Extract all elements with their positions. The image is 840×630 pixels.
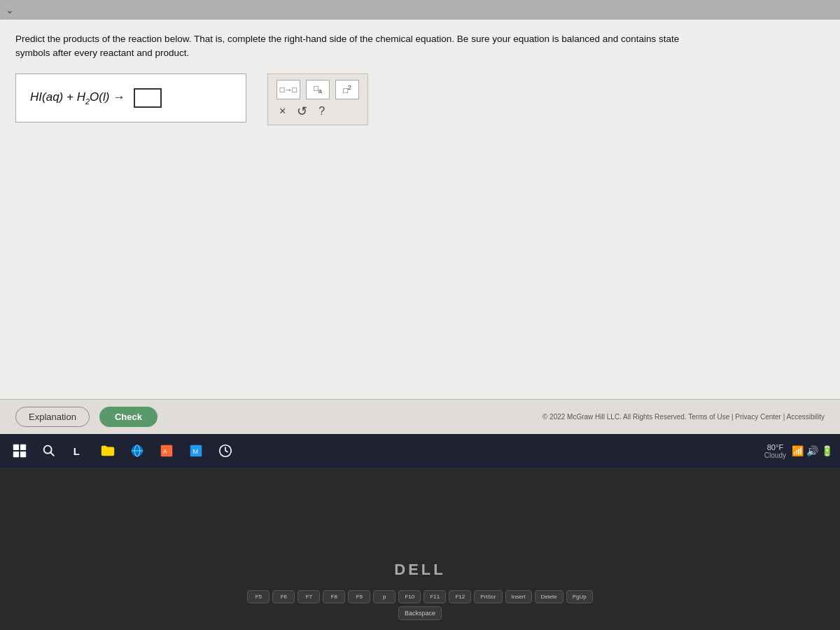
file-explorer-button[interactable] — [95, 438, 120, 463]
backspace-row: Backspace — [384, 606, 456, 620]
network-icon[interactable]: 📶 — [792, 445, 804, 456]
equation-section: HI(aq) + H2O(l) → □→□ □a □2 — [15, 74, 825, 125]
toolbar-row-2: × ↺ ? — [276, 104, 359, 119]
svg-line-16 — [225, 451, 228, 452]
key-f12[interactable]: F12 — [449, 590, 471, 603]
laptop-bottom: DELL F5 F6 F7 F8 F9 p F10 F11 F12 PrtScr… — [0, 468, 840, 630]
svg-line-5 — [50, 452, 54, 456]
help-button[interactable]: ? — [316, 105, 328, 118]
question-text: Predict the products of the reaction bel… — [15, 32, 701, 61]
start-button[interactable] — [7, 438, 32, 463]
key-f9[interactable]: F9 — [348, 590, 370, 603]
reaction-arrow-button[interactable]: □→□ — [276, 80, 300, 99]
key-delete[interactable]: Delete — [535, 590, 564, 603]
toolbar-row-1: □→□ □a □2 — [276, 80, 359, 99]
clock-area-button[interactable] — [213, 438, 238, 463]
equation-display: HI(aq) + H2O(l) → — [30, 88, 162, 108]
svg-point-4 — [44, 446, 52, 454]
taskbar-app1-button[interactable]: A — [154, 438, 179, 463]
clear-button[interactable]: × — [276, 105, 288, 118]
taskbar-right: 80°F Cloudy 📶 🔊 🔋 — [764, 443, 833, 459]
key-pgup[interactable]: PgUp — [566, 590, 593, 603]
svg-text:M: M — [192, 448, 198, 455]
chevron-down-icon[interactable]: ⌄ — [6, 4, 14, 15]
fn-key-row: F5 F6 F7 F8 F9 p F10 F11 F12 PrtScr Inse… — [233, 590, 606, 603]
taskbar: L A M — [0, 434, 840, 468]
dell-logo: DELL — [394, 561, 445, 579]
taskview-button[interactable]: L — [66, 438, 91, 463]
battery-icon[interactable]: 🔋 — [821, 445, 833, 456]
weather-condition: Cloudy — [764, 451, 786, 459]
key-f7[interactable]: F7 — [298, 590, 320, 603]
svg-rect-1 — [20, 444, 26, 450]
svg-rect-2 — [13, 451, 19, 457]
key-f5[interactable]: F5 — [247, 590, 270, 603]
answer-workspace — [15, 136, 825, 290]
taskbar-app2-button[interactable]: M — [183, 438, 209, 463]
svg-rect-0 — [13, 444, 19, 450]
top-bar: ⌄ — [0, 0, 840, 20]
superscript-button[interactable]: □2 — [335, 80, 359, 99]
content-area: Predict the products of the reaction bel… — [0, 20, 840, 399]
equation-box[interactable]: HI(aq) + H2O(l) → — [15, 74, 246, 122]
subscript-button[interactable]: □a — [306, 80, 330, 99]
weather-temp: 80°F — [767, 443, 783, 451]
answer-input-bracket[interactable] — [134, 88, 162, 108]
key-f6[interactable]: F6 — [272, 590, 295, 603]
key-f10[interactable]: F10 — [398, 590, 421, 603]
key-backspace[interactable]: Backspace — [398, 606, 442, 620]
undo-button[interactable]: ↺ — [294, 104, 310, 119]
explanation-button[interactable]: Explanation — [15, 407, 90, 427]
svg-text:A: A — [163, 448, 168, 455]
search-taskbar-button[interactable] — [36, 438, 62, 463]
copyright-text: © 2022 McGraw Hill LLC. All Rights Reser… — [542, 413, 825, 421]
svg-rect-3 — [20, 451, 26, 457]
key-f11[interactable]: F11 — [424, 590, 446, 603]
weather-widget[interactable]: 80°F Cloudy — [764, 443, 786, 459]
check-button[interactable]: Check — [99, 407, 158, 427]
svg-text:L: L — [74, 446, 80, 457]
browser-taskbar-button[interactable] — [125, 438, 150, 463]
bottom-bar: Explanation Check © 2022 McGraw Hill LLC… — [0, 399, 840, 434]
tray-icons: 📶 🔊 🔋 — [792, 445, 833, 456]
toolbar-panel: □→□ □a □2 × ↺ ? — [267, 74, 368, 125]
volume-icon[interactable]: 🔊 — [806, 445, 818, 456]
key-f8[interactable]: F8 — [323, 590, 345, 603]
key-insert[interactable]: Insert — [505, 590, 532, 603]
key-prtscr[interactable]: PrtScr — [474, 590, 502, 603]
key-p[interactable]: p — [373, 590, 396, 603]
browser-area: ⌄ Predict the products of the reaction b… — [0, 0, 840, 434]
